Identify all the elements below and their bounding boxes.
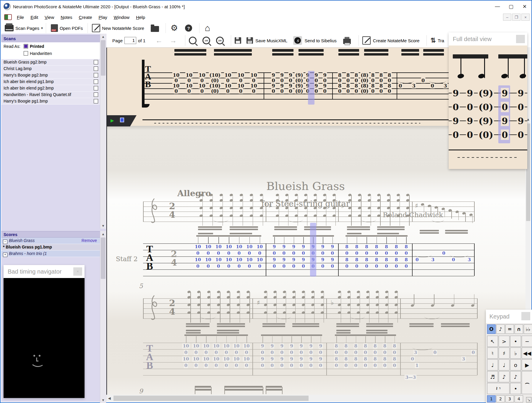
scan-file-checkbox[interactable] — [94, 99, 98, 103]
scan-file-checkbox[interactable] — [94, 60, 98, 64]
next-page-icon[interactable]: → — [170, 37, 177, 44]
new-notateme-button[interactable]: New NotateMe Score — [92, 24, 146, 32]
zoom-200-icon[interactable]: 200 — [216, 37, 224, 44]
notes-tab[interactable]: O — [487, 324, 496, 334]
sibelius-icon[interactable]: s — [293, 36, 302, 45]
handwritten-checkbox[interactable] — [24, 51, 28, 56]
settings-button[interactable]: ⚙ — [171, 24, 178, 32]
score-row[interactable]: −Blueish GrassRemove — [1, 238, 100, 244]
zoom-100-icon[interactable]: 100 — [202, 37, 210, 44]
scan-file-checkbox[interactable] — [94, 66, 98, 71]
scan-pages-button[interactable]: Scan Pages ▾ — [1, 25, 43, 31]
scores-scroll-up-icon[interactable]: ▲ — [100, 231, 106, 237]
keypad-page-4[interactable]: 4 — [515, 395, 523, 402]
send-to-sibelius-button[interactable]: Send to Sibelius — [304, 38, 336, 43]
keypad-title-bar[interactable]: Keypad — [486, 310, 532, 323]
page-input[interactable]: 1 — [124, 37, 136, 44]
maximize-button[interactable]: ▢ — [504, 2, 518, 11]
keypad-page-1[interactable]: 1 — [487, 395, 496, 402]
full-detail-title-bar[interactable]: Full detail view — [449, 32, 527, 46]
keypad-resize-grip[interactable]: ↘ — [526, 397, 531, 402]
full-detail-canvas[interactable]: 90909090(9)(0)(9)(0)909090909090 — [449, 46, 527, 169]
scan-pages-dropdown-icon[interactable]: ▾ — [41, 26, 43, 30]
eighth-note-key[interactable]: ♪ — [499, 371, 510, 382]
save-icon[interactable] — [235, 37, 241, 44]
flat-key[interactable]: ♭ — [510, 347, 521, 359]
beams-tab[interactable]: ♪ — [496, 324, 505, 334]
scans-scrollbar[interactable]: ▲ ▼ — [100, 34, 106, 229]
bad-timing-title-bar[interactable]: Bad timing navigator × — [4, 265, 85, 278]
scan-file-row[interactable]: Handwritten - Ravel String Quartet.tif — [1, 92, 100, 98]
accent-key[interactable]: > — [499, 336, 510, 347]
scan-file-checkbox[interactable] — [94, 92, 98, 97]
horizontal-scrollbar[interactable]: ◀ — [106, 395, 525, 402]
scroll-left-icon[interactable]: ◀ — [106, 395, 112, 402]
staccato-key[interactable]: • — [510, 336, 521, 347]
menu-view[interactable]: View — [45, 15, 54, 20]
quarter-note-key[interactable]: ♩ — [487, 359, 498, 370]
sharp-key[interactable]: ♯ — [499, 347, 510, 359]
accidentals-tab[interactable]: ♭♭ — [524, 324, 532, 334]
score-row[interactable]: * Blueish Grass pg1.bmp — [1, 244, 100, 251]
scan-file-checkbox[interactable] — [94, 86, 98, 90]
whole-note-key[interactable]: o — [510, 359, 521, 370]
cursor-key[interactable]: ↖ — [487, 336, 498, 347]
natural-key[interactable]: ♮ — [487, 347, 498, 359]
help-button[interactable]: ? — [185, 25, 192, 32]
scan-file-checkbox[interactable] — [94, 73, 98, 77]
keypad-page-3[interactable]: 3 — [505, 395, 514, 402]
menu-notes[interactable]: Notes — [61, 15, 72, 20]
bad-timing-close-icon[interactable]: × — [73, 267, 82, 276]
stop-icon[interactable] — [120, 118, 124, 122]
create-notateme-icon[interactable] — [362, 36, 371, 45]
scores-scroll-down-icon[interactable]: ▼ — [100, 397, 106, 403]
create-notateme-button[interactable]: Create NotateMe Score — [373, 38, 420, 43]
rests-key[interactable]: 𝄽 𝄾 — [487, 383, 510, 394]
half-note-key[interactable]: ♩ — [499, 359, 510, 370]
home-button[interactable]: ⌂ — [205, 24, 210, 32]
zoom-icon[interactable] — [189, 37, 197, 44]
menu-create[interactable]: Create — [79, 15, 92, 20]
tenuto-key[interactable]: − — [522, 336, 532, 347]
menu-edit[interactable]: Edit — [30, 15, 38, 20]
keypad-page-2[interactable]: 2 — [496, 395, 505, 402]
bars-tab[interactable]: = — [505, 324, 514, 334]
open-pdfs-button[interactable]: Open PDFs — [51, 24, 85, 32]
previous-page-icon[interactable]: ← — [155, 37, 163, 44]
scan-file-row[interactable]: Harry's Boogie pg1.bmp — [1, 98, 100, 105]
close-button[interactable]: ✕ — [518, 2, 531, 11]
aug-dot-key[interactable]: • — [510, 383, 521, 394]
transpose-button[interactable]: Tra — [438, 38, 444, 43]
full-detail-close-icon[interactable] — [516, 35, 525, 43]
collapse-icon[interactable]: − — [3, 240, 7, 244]
transpose-icon[interactable]: ⇅ — [430, 37, 436, 44]
scan-file-row[interactable]: Christ Lag.bmp — [1, 66, 100, 72]
scans-scroll-up-icon[interactable]: ▲ — [100, 34, 106, 40]
score-row[interactable]: +Brahms - horn trio (1 — [1, 251, 100, 257]
child-close-button[interactable]: × — [521, 14, 530, 21]
eighth-note-2-key[interactable]: ♪ — [510, 371, 521, 382]
print-icon[interactable] — [343, 39, 351, 44]
scan-file-checkbox[interactable] — [94, 79, 98, 84]
save-musicxml-button[interactable]: Save MusicXML — [255, 38, 287, 43]
menu-help[interactable]: Help — [136, 15, 145, 20]
open-folder-button[interactable] — [151, 24, 159, 32]
tie-key[interactable]: ⌢ — [522, 371, 532, 394]
minimize-button[interactable]: — — [491, 2, 504, 11]
horizontal-scroll-thumb[interactable] — [113, 396, 309, 401]
scan-file-row[interactable]: Ich aber bin elend pg2.bmp — [1, 85, 100, 92]
child-minimize-button[interactable]: – — [503, 14, 511, 21]
menu-file[interactable]: File — [17, 15, 24, 20]
menu-play[interactable]: Play — [99, 15, 107, 20]
rewind-key[interactable]: ◀◀ — [522, 347, 532, 359]
printed-checkbox[interactable] — [24, 44, 28, 48]
fermata-tab[interactable]: ∩ — [515, 324, 523, 334]
scan-file-row[interactable]: Harry's Boogie pg2.bmp — [1, 72, 100, 79]
save-xml-icon[interactable] — [246, 37, 253, 44]
expand-icon[interactable]: + — [3, 253, 7, 257]
scan-file-row[interactable]: Blueish Grass pg2.bmp — [1, 59, 100, 66]
play-icon[interactable]: ▶ — [111, 118, 114, 123]
remove-score-button[interactable]: Remove — [82, 238, 97, 244]
scans-scroll-down-icon[interactable]: ▼ — [100, 223, 106, 229]
menu-window[interactable]: Window — [114, 15, 129, 20]
